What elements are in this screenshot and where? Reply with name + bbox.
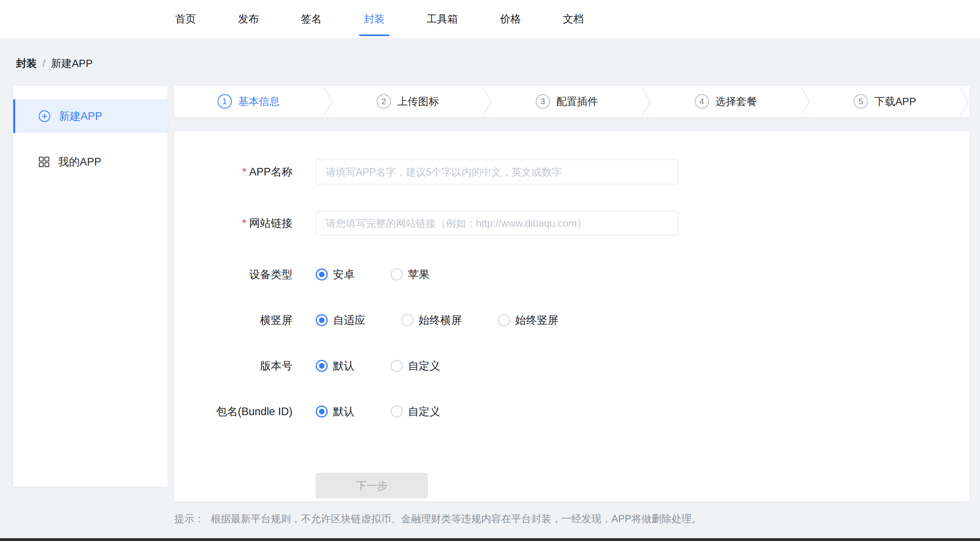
form-row-bundle-id: 包名(Bundle ID) 默认 自定义 [174, 399, 970, 424]
version-label: 版本号 [174, 359, 292, 373]
bundle-id-label: 包名(Bundle ID) [174, 404, 292, 419]
sidebar-item-label: 我的APP [58, 155, 101, 169]
step-4-select-plan[interactable]: 4 选择套餐 [651, 86, 800, 117]
sidebar: 新建APP 我的APP [13, 86, 167, 486]
radio-selected-icon [316, 268, 328, 281]
nav-item-toolbox[interactable]: 工具箱 [427, 0, 458, 38]
plus-circle-icon [38, 110, 51, 123]
nav-item-sign[interactable]: 签名 [301, 0, 322, 38]
radio-selected-icon [316, 360, 328, 372]
orientation-label: 横竖屏 [174, 313, 292, 327]
platform-rule-tip: 提示： 根据最新平台规则，不允许区块链虚拟币、金融理财类等违规内容在平台封装，一… [174, 512, 970, 525]
orientation-radio-group: 自适应 始终横屏 始终竖屏 [316, 313, 595, 327]
nav-item-publish[interactable]: 发布 [238, 0, 259, 38]
step-5-download-app[interactable]: 5 下载APP [811, 86, 959, 117]
step-2-upload-icon[interactable]: 2 上传图标 [333, 86, 482, 117]
step-number-circle: 4 [695, 94, 709, 109]
breadcrumb: 封装 / 新建APP [16, 57, 980, 70]
step-label: 选择套餐 [716, 95, 757, 109]
radio-orientation-auto[interactable]: 自适应 [316, 313, 365, 327]
top-nav: 首页 发布 签名 封装 工具箱 价格 文档 [0, 0, 980, 38]
nav-item-docs[interactable]: 文档 [563, 0, 584, 38]
step-1-basic-info[interactable]: 1 基本信息 [174, 86, 323, 117]
website-url-input[interactable] [316, 211, 678, 236]
sidebar-item-my-app[interactable]: 我的APP [13, 145, 167, 179]
bundle-id-radio-group: 默认 自定义 [316, 404, 476, 419]
radio-apple[interactable]: 苹果 [391, 267, 430, 282]
step-label: 基本信息 [238, 95, 280, 109]
step-number-circle: 1 [218, 94, 232, 109]
app-name-input[interactable] [316, 159, 678, 184]
step-label: 配置插件 [557, 95, 598, 109]
footer-strip [0, 538, 980, 541]
nav-item-home[interactable]: 首页 [175, 0, 196, 38]
steps-bar: 1 基本信息 2 上传图标 3 配置插件 4 选择套餐 5 下载APP [174, 86, 970, 117]
step-number-circle: 5 [853, 94, 868, 109]
required-asterisk: * [242, 217, 246, 229]
breadcrumb-package[interactable]: 封装 [16, 57, 37, 71]
radio-orientation-landscape[interactable]: 始终横屏 [401, 313, 462, 327]
version-radio-group: 默认 自定义 [316, 359, 476, 373]
device-type-radio-group: 安卓 苹果 [316, 267, 466, 282]
tip-prefix: 提示： [174, 512, 204, 525]
radio-bundle-default[interactable]: 默认 [316, 404, 355, 419]
radio-unselected-icon [391, 406, 403, 418]
radio-version-custom[interactable]: 自定义 [391, 359, 440, 373]
device-type-label: 设备类型 [174, 267, 292, 282]
nav-item-package[interactable]: 封装 [364, 0, 385, 38]
form-row-device-type: 设备类型 安卓 苹果 [174, 262, 970, 287]
main-panel: 1 基本信息 2 上传图标 3 配置插件 4 选择套餐 5 下载APP [174, 86, 970, 525]
radio-unselected-icon [391, 360, 403, 372]
step-label: 上传图标 [397, 95, 439, 109]
new-app-form: *APP名称 *网站链接 设备类型 安卓 [174, 131, 970, 501]
step-label: 下载APP [874, 95, 916, 109]
next-step-button[interactable]: 下一步 [316, 473, 428, 499]
chevron-separator-icon [323, 86, 333, 117]
chevron-separator-icon [959, 86, 970, 117]
radio-bundle-custom[interactable]: 自定义 [391, 404, 440, 419]
radio-selected-icon [316, 406, 328, 418]
nav-item-price[interactable]: 价格 [500, 0, 521, 38]
radio-android[interactable]: 安卓 [316, 267, 355, 282]
form-row-website: *网站链接 [174, 211, 970, 236]
sidebar-item-label: 新建APP [59, 109, 102, 123]
radio-unselected-icon [498, 314, 510, 326]
chevron-separator-icon [800, 86, 811, 117]
app-name-label: *APP名称 [174, 165, 292, 179]
chevron-separator-icon [482, 86, 492, 117]
breadcrumb-current: 新建APP [51, 57, 93, 71]
step-3-configure-plugins[interactable]: 3 配置插件 [492, 86, 641, 117]
radio-orientation-portrait[interactable]: 始终竖屏 [498, 313, 559, 327]
content-area: 新建APP 我的APP 1 基本信息 2 上传图标 [0, 86, 980, 525]
sidebar-item-new-app[interactable]: 新建APP [13, 99, 167, 133]
required-asterisk: * [242, 166, 246, 178]
website-label: *网站链接 [174, 216, 292, 230]
form-row-version: 版本号 默认 自定义 [174, 353, 970, 378]
radio-selected-icon [316, 314, 328, 326]
radio-unselected-icon [401, 314, 413, 326]
step-number-circle: 2 [377, 94, 391, 109]
form-row-orientation: 横竖屏 自适应 始终横屏 始终竖屏 [174, 308, 970, 333]
grid-icon [38, 156, 50, 168]
chevron-separator-icon [641, 86, 651, 117]
breadcrumb-separator: / [42, 57, 45, 70]
form-row-app-name: *APP名称 [174, 159, 970, 184]
radio-version-default[interactable]: 默认 [316, 359, 355, 373]
radio-unselected-icon [391, 268, 403, 281]
step-number-circle: 3 [536, 94, 550, 109]
tip-text: 根据最新平台规则，不允许区块链虚拟币、金融理财类等违规内容在平台封装，一经发现，… [211, 512, 702, 525]
